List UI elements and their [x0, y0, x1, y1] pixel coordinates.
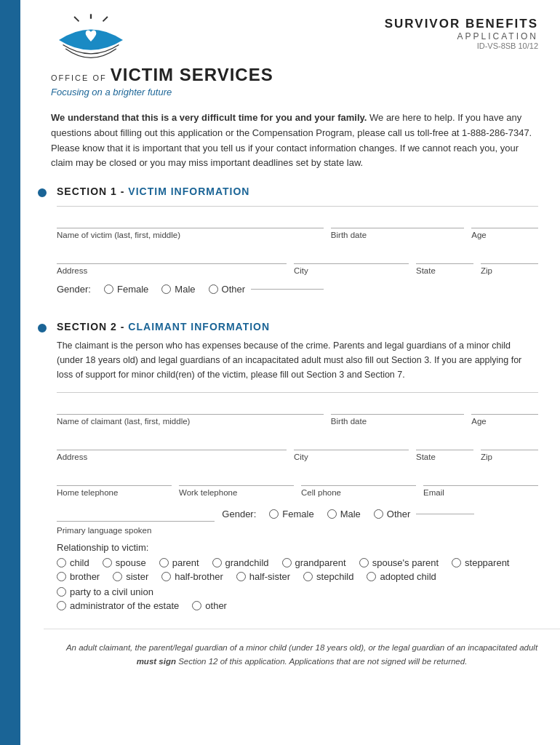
victim-name-field: Name of victim (last, first, middle) — [57, 212, 324, 239]
claimant-gender-female[interactable]: Female — [269, 509, 313, 519]
rel-adopted-child-radio[interactable] — [367, 572, 376, 581]
rel-half-brother-radio[interactable] — [161, 572, 171, 581]
rel-brother[interactable]: brother — [57, 571, 100, 582]
rel-adopted-child[interactable]: adopted child — [367, 571, 436, 582]
victim-state-field: State — [416, 248, 473, 275]
rel-other-radio[interactable] — [192, 601, 201, 610]
victim-city-label: City — [294, 266, 409, 275]
claimant-work-phone-input[interactable] — [179, 470, 294, 486]
rel-spouses-parent-radio[interactable] — [359, 558, 369, 567]
form-id: ID-VS-8SB 10/12 — [385, 41, 538, 50]
victim-name-input[interactable] — [57, 212, 324, 228]
claimant-name-input[interactable] — [57, 399, 324, 415]
footer-note: An adult claimant, the parent/legal guar… — [44, 629, 560, 680]
claimant-gender-other[interactable]: Other — [374, 509, 475, 519]
victim-gender-other[interactable]: Other — [209, 284, 324, 295]
relationship-row2: brother sister half-brother half-sister … — [57, 571, 538, 597]
footer-bold: must sign — [137, 657, 176, 666]
claimant-name-label: Name of claimant (last, first, middle) — [57, 417, 324, 426]
victim-gender-female[interactable]: Female — [104, 284, 148, 295]
claimant-email-field: Email — [423, 470, 538, 497]
claimant-email-input[interactable] — [423, 470, 538, 486]
victim-other-input[interactable] — [251, 289, 324, 290]
rel-half-sister[interactable]: half-sister — [236, 571, 290, 582]
claimant-cell-phone-field: Cell phone — [301, 470, 416, 497]
claimant-primary-lang-input[interactable] — [57, 506, 215, 522]
rel-stepparent-radio[interactable] — [452, 558, 461, 567]
claimant-birthdate-input[interactable] — [331, 399, 464, 415]
rel-child-radio[interactable] — [57, 558, 66, 567]
rel-spouse[interactable]: spouse — [103, 557, 146, 568]
rel-brother-radio[interactable] — [57, 572, 66, 581]
victim-state-input[interactable] — [416, 248, 473, 264]
victim-male-radio[interactable] — [161, 284, 171, 294]
claimant-address-row: Address City State Zip — [57, 434, 538, 461]
rel-administrator[interactable]: administrator of the estate — [57, 600, 179, 611]
rel-grandparent[interactable]: grandparent — [282, 557, 346, 568]
rel-grandchild-label: grandchild — [225, 557, 269, 568]
footer-text2: Section 12 of this application. Applicat… — [178, 657, 467, 666]
claimant-home-phone-input[interactable] — [57, 470, 172, 486]
rel-civil-union-radio[interactable] — [57, 587, 66, 597]
claimant-zip-input[interactable] — [481, 434, 538, 450]
section2-title: SECTION 2 - CLAIMANT INFORMATION — [57, 321, 270, 332]
rel-civil-union[interactable]: party to a civil union — [57, 586, 153, 597]
claimant-other-input[interactable] — [416, 514, 474, 514]
rel-half-brother-label: half-brother — [175, 571, 223, 582]
claimant-other-radio[interactable] — [374, 509, 383, 519]
claimant-city-input[interactable] — [294, 434, 409, 450]
claimant-phone-row: Home telephone Work telephone Cell phone… — [57, 470, 538, 497]
victim-name-label: Name of victim (last, first, middle) — [57, 231, 324, 239]
claimant-city-label: City — [294, 453, 409, 461]
victim-gender-male[interactable]: Male — [161, 284, 195, 295]
claimant-male-radio[interactable] — [327, 509, 337, 519]
victim-other-label: Other — [222, 284, 246, 295]
section2-title-colored: CLAIMANT INFORMATION — [128, 321, 270, 332]
victim-birthdate-input[interactable] — [331, 212, 464, 228]
rel-spouse-radio[interactable] — [103, 558, 112, 567]
rel-brother-label: brother — [70, 571, 100, 582]
rel-other[interactable]: other — [192, 600, 227, 611]
victim-birthdate-field: Birth date — [331, 212, 464, 239]
rel-spouses-parent-label: spouse's parent — [372, 557, 439, 568]
rel-stepparent[interactable]: stepparent — [452, 557, 509, 568]
rel-stepchild-radio[interactable] — [303, 572, 313, 581]
svg-line-2 — [103, 17, 108, 21]
victim-age-input[interactable] — [471, 212, 538, 228]
claimant-cell-phone-input[interactable] — [301, 470, 416, 486]
rel-parent[interactable]: parent — [159, 557, 199, 568]
claimant-age-input[interactable] — [471, 399, 538, 415]
claimant-age-field: Age — [471, 399, 538, 426]
rel-grandchild[interactable]: grandchild — [212, 557, 269, 568]
claimant-male-label: Male — [340, 509, 361, 519]
rel-half-sister-radio[interactable] — [236, 572, 246, 581]
claimant-address-field: Address — [57, 434, 287, 461]
rel-administrator-label: administrator of the estate — [70, 600, 179, 611]
claimant-female-radio[interactable] — [269, 509, 279, 519]
rel-child[interactable]: child — [57, 557, 89, 568]
victim-address-input[interactable] — [57, 248, 287, 264]
rel-parent-radio[interactable] — [159, 558, 169, 567]
claimant-age-label: Age — [471, 417, 538, 426]
tagline: Focusing on a brighter future — [51, 87, 273, 97]
office-title: OFFICE OF VICTIM SERVICES Focusing on a … — [51, 65, 273, 97]
claimant-address-input[interactable] — [57, 434, 287, 450]
victim-female-radio[interactable] — [104, 284, 113, 294]
rel-grandparent-radio[interactable] — [282, 558, 292, 567]
claimant-gender-male[interactable]: Male — [327, 509, 361, 519]
victim-zip-input[interactable] — [481, 248, 538, 264]
claimant-work-phone-field: Work telephone — [179, 470, 294, 497]
rel-spouses-parent[interactable]: spouse's parent — [359, 557, 439, 568]
rel-administrator-radio[interactable] — [57, 601, 66, 610]
rel-half-brother[interactable]: half-brother — [161, 571, 223, 582]
claimant-state-input[interactable] — [416, 434, 473, 450]
rel-sister[interactable]: sister — [113, 571, 148, 582]
rel-sister-radio[interactable] — [113, 572, 122, 581]
left-sidebar-bar — [0, 0, 20, 745]
victim-city-field: City — [294, 248, 409, 275]
victim-city-input[interactable] — [294, 248, 409, 264]
victim-other-radio[interactable] — [209, 284, 218, 294]
header: OFFICE OF VICTIM SERVICES Focusing on a … — [44, 0, 560, 97]
rel-grandchild-radio[interactable] — [212, 558, 222, 567]
rel-stepchild[interactable]: stepchild — [303, 571, 353, 582]
